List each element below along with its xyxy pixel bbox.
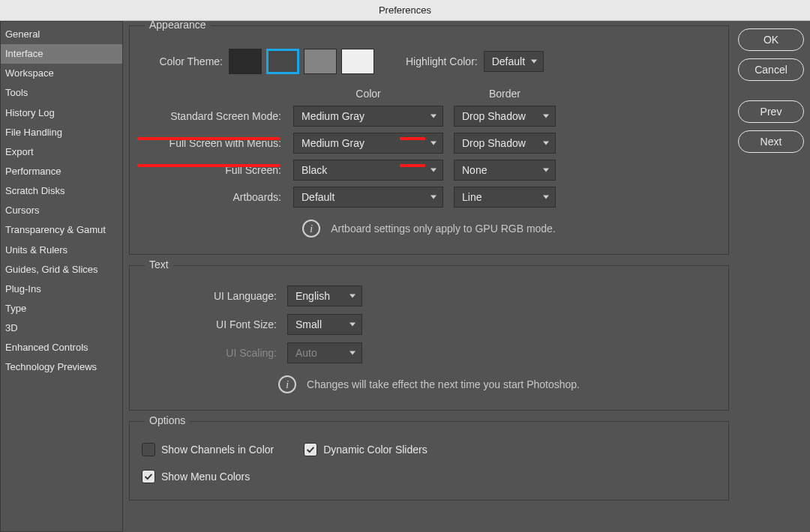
cancel-button[interactable]: Cancel	[738, 58, 804, 81]
highlight-color-dropdown[interactable]: Default	[484, 51, 544, 72]
sidebar-item-performance[interactable]: Performance	[1, 162, 122, 181]
artboards-color-dropdown[interactable]: Default	[293, 187, 443, 208]
highlight-color-label: Highlight Color:	[406, 55, 478, 67]
artboards-border-dropdown[interactable]: Line	[454, 187, 556, 208]
dialog-buttons: OK Cancel Prev Next	[732, 21, 810, 532]
ui-font-size-dropdown[interactable]: Small	[287, 314, 362, 335]
sidebar-item-3d[interactable]: 3D	[1, 318, 122, 338]
next-button[interactable]: Next	[738, 130, 804, 153]
sidebar-item-file-handling[interactable]: File Handling	[1, 123, 122, 142]
preferences-main: Appearance Color Theme: Highlight Color:…	[123, 21, 732, 532]
show-channels-checkbox[interactable]	[142, 443, 155, 456]
annotation-redline	[400, 137, 425, 140]
window-titlebar: Preferences	[0, 0, 810, 21]
appearance-info-text: Artboard settings only apply to GPU RGB …	[331, 223, 556, 235]
ui-scaling-label: UI Scaling:	[172, 347, 277, 359]
show-menu-colors-label: Show Menu Colors	[161, 471, 250, 483]
info-icon: i	[278, 375, 296, 393]
text-legend: Text	[145, 259, 173, 270]
show-channels-label: Show Channels in Color	[161, 444, 274, 456]
annotation-redline	[137, 137, 280, 140]
sidebar-item-plug-ins[interactable]: Plug-Ins	[1, 279, 122, 299]
highlight-color-value: Default	[492, 55, 525, 67]
color-theme-swatches	[229, 49, 374, 74]
annotation-redline	[400, 164, 425, 167]
color-theme-swatch-1[interactable]	[266, 49, 299, 74]
text-group: Text UI Language: English UI Font Size: …	[129, 265, 729, 411]
text-info-text: Changes will take effect the next time y…	[307, 378, 580, 390]
artboards-label: Artboards:	[148, 191, 283, 203]
prev-button[interactable]: Prev	[738, 100, 804, 123]
sidebar-item-interface[interactable]: Interface	[1, 44, 122, 64]
standard-screen-border-dropdown[interactable]: Drop Shadow	[454, 106, 556, 127]
fullscreen-menus-color-dropdown[interactable]: Medium Gray	[293, 133, 443, 154]
ui-language-dropdown[interactable]: English	[287, 285, 362, 306]
fullscreen-menus-border-dropdown[interactable]: Drop Shadow	[454, 133, 556, 154]
column-header-color: Color	[293, 88, 443, 100]
sidebar-item-type[interactable]: Type	[1, 299, 122, 318]
fullscreen-color-dropdown[interactable]: Black	[293, 160, 443, 181]
show-menu-colors-checkbox[interactable]	[142, 470, 155, 483]
sidebar-item-export[interactable]: Export	[1, 142, 122, 162]
annotation-redline	[137, 164, 280, 167]
color-theme-swatch-2[interactable]	[304, 49, 337, 74]
appearance-legend: Appearance	[145, 21, 211, 31]
dynamic-sliders-label: Dynamic Color Sliders	[323, 444, 427, 456]
ui-font-size-label: UI Font Size:	[172, 318, 277, 330]
sidebar-item-workspace[interactable]: Workspace	[1, 64, 122, 83]
sidebar-item-tools[interactable]: Tools	[1, 83, 122, 103]
window-title: Preferences	[379, 4, 431, 16]
color-theme-swatch-0[interactable]	[229, 49, 262, 74]
sidebar-item-general[interactable]: General	[1, 25, 122, 44]
standard-screen-color-dropdown[interactable]: Medium Gray	[293, 106, 443, 127]
sidebar-item-transparency-gamut[interactable]: Transparency & Gamut	[1, 220, 122, 240]
dynamic-sliders-checkbox[interactable]	[304, 443, 317, 456]
sidebar-item-scratch-disks[interactable]: Scratch Disks	[1, 181, 122, 201]
sidebar-item-cursors[interactable]: Cursors	[1, 201, 122, 220]
info-icon: i	[302, 220, 320, 238]
sidebar-item-technology-previews[interactable]: Technology Previews	[1, 357, 122, 377]
options-group: Options Show Channels in Color Dynamic C…	[129, 421, 729, 501]
sidebar-item-units-rulers[interactable]: Units & Rulers	[1, 241, 122, 260]
ok-button[interactable]: OK	[738, 28, 804, 51]
color-theme-swatch-3[interactable]	[341, 49, 374, 74]
color-theme-label: Color Theme:	[142, 55, 223, 67]
appearance-group: Appearance Color Theme: Highlight Color:…	[129, 25, 729, 255]
fullscreen-border-dropdown[interactable]: None	[454, 160, 556, 181]
column-header-border: Border	[454, 88, 556, 100]
category-sidebar: GeneralInterfaceWorkspaceToolsHistory Lo…	[0, 21, 123, 532]
ui-language-label: UI Language:	[172, 290, 277, 302]
standard-screen-label: Standard Screen Mode:	[148, 110, 283, 122]
sidebar-item-enhanced-controls[interactable]: Enhanced Controls	[1, 338, 122, 357]
ui-scaling-dropdown: Auto	[287, 342, 362, 363]
sidebar-item-history-log[interactable]: History Log	[1, 103, 122, 123]
sidebar-item-guides-grid-slices[interactable]: Guides, Grid & Slices	[1, 260, 122, 279]
options-legend: Options	[145, 414, 190, 426]
